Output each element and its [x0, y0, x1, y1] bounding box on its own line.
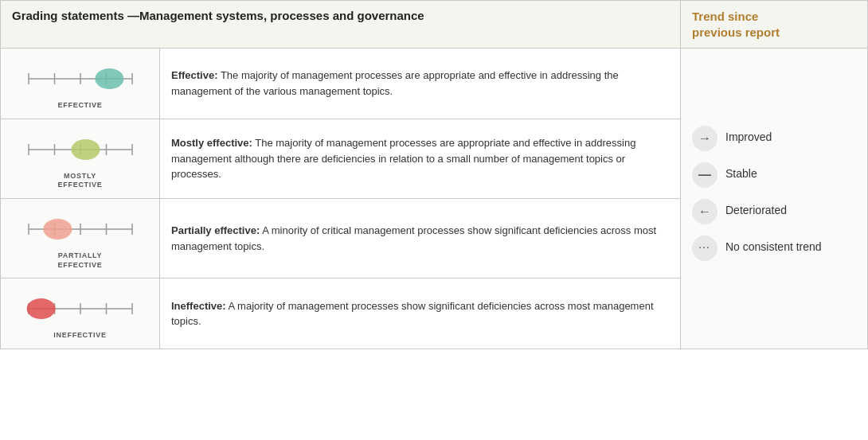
- trend-header-line1: Trend since: [692, 10, 758, 23]
- svg-point-20: [43, 219, 72, 239]
- gauge-cell-mostly-effective: MOSTLYEFFECTIVE: [1, 119, 160, 198]
- trend-label-stable: Stable: [725, 162, 757, 182]
- desc-cell-mostly-effective: Mostly effective: The majority of manage…: [160, 119, 681, 198]
- title-text: Grading statements —Management systems, …: [12, 9, 424, 22]
- trend-cell: → Improved — Stable ← Deteriorated ··· N…: [681, 49, 868, 349]
- trend-item-deteriorated: ← Deteriorated: [692, 199, 856, 224]
- desc-bold-effective: Effective:: [171, 69, 218, 81]
- desc-cell-effective: Effective: The majority of management pr…: [160, 49, 681, 119]
- trend-header-line2: previous report: [692, 25, 780, 39]
- trend-item-no-consistent-trend: ··· No consistent trend: [692, 236, 856, 261]
- gauge-label-partially-effective: PARTIALLYEFFECTIVE: [12, 251, 148, 270]
- desc-bold-ineffective: Ineffective:: [171, 300, 226, 312]
- table-row-effective: EFFECTIVEEffective: The majority of mana…: [1, 49, 868, 119]
- svg-point-27: [26, 298, 55, 319]
- trend-item-stable: — Stable: [692, 162, 856, 188]
- desc-rest-ineffective: A majority of management processes show …: [171, 300, 654, 328]
- trend-icon-stable: —: [692, 162, 717, 188]
- gauge-cell-partially-effective: PARTIALLYEFFECTIVE: [1, 199, 160, 278]
- trend-label-no-consistent-trend: No consistent trend: [725, 236, 822, 255]
- grading-table: Grading statements —Management systems, …: [0, 0, 868, 349]
- gauge-label-ineffective: INEFFECTIVE: [12, 331, 148, 341]
- desc-rest-effective: The majority of management processes are…: [171, 69, 619, 97]
- desc-cell-ineffective: Ineffective: A majority of management pr…: [160, 278, 681, 349]
- trend-label-deteriorated: Deteriorated: [725, 199, 787, 219]
- trend-header: Trend since previous report: [681, 1, 868, 49]
- desc-cell-partially-effective: Partially effective: A minority of criti…: [160, 199, 681, 278]
- trend-item-improved: → Improved: [692, 126, 856, 151]
- desc-bold-mostly-effective: Mostly effective:: [171, 137, 252, 149]
- gauge-label-mostly-effective: MOSTLYEFFECTIVE: [12, 172, 148, 190]
- trend-icon-deteriorated: ←: [692, 199, 717, 224]
- gauge-label-effective: EFFECTIVE: [12, 101, 148, 111]
- desc-bold-partially-effective: Partially effective:: [171, 224, 260, 236]
- trend-label-improved: Improved: [725, 126, 772, 146]
- trend-icon-no-consistent-trend: ···: [692, 236, 717, 261]
- gauge-cell-ineffective: INEFFECTIVE: [1, 278, 160, 349]
- gauge-cell-effective: EFFECTIVE: [1, 49, 160, 119]
- table-title: Grading statements —Management systems, …: [1, 1, 681, 49]
- svg-point-6: [95, 68, 123, 89]
- trend-icon-improved: →: [692, 126, 717, 151]
- svg-point-13: [71, 139, 100, 160]
